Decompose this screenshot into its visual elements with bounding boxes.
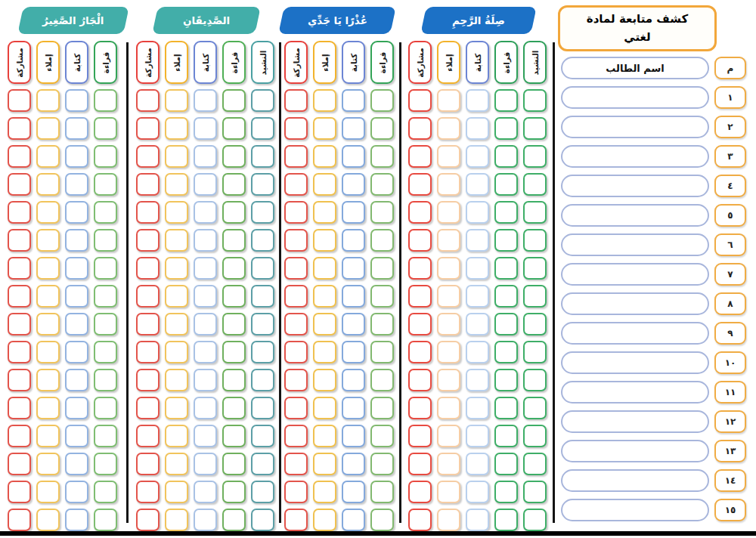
checkbox-cell[interactable] [523, 201, 547, 224]
checkbox-cell[interactable] [136, 425, 160, 447]
checkbox-cell[interactable] [408, 369, 432, 391]
checkbox-cell[interactable] [194, 145, 217, 168]
checkbox-cell[interactable] [136, 257, 160, 280]
checkbox-cell[interactable] [36, 201, 60, 224]
checkbox-cell[interactable] [194, 397, 217, 419]
checkbox-cell[interactable] [284, 229, 308, 252]
checkbox-cell[interactable] [94, 285, 117, 308]
checkbox-cell[interactable] [251, 397, 274, 419]
checkbox-cell[interactable] [94, 145, 117, 168]
checkbox-cell[interactable] [194, 341, 217, 363]
checkbox-cell[interactable] [136, 229, 160, 252]
checkbox-cell[interactable] [342, 341, 365, 363]
checkbox-cell[interactable] [466, 285, 489, 308]
checkbox-cell[interactable] [194, 201, 217, 224]
checkbox-cell[interactable] [165, 369, 188, 391]
checkbox-cell[interactable] [251, 341, 274, 363]
checkbox-cell[interactable] [284, 453, 308, 475]
checkbox-cell[interactable] [284, 397, 308, 419]
checkbox-cell[interactable] [251, 285, 274, 308]
checkbox-cell[interactable] [8, 313, 31, 335]
checkbox-cell[interactable] [94, 509, 117, 531]
checkbox-cell[interactable] [284, 313, 308, 335]
checkbox-cell[interactable] [408, 425, 432, 447]
checkbox-cell[interactable] [136, 481, 160, 503]
checkbox-cell[interactable] [408, 145, 432, 168]
checkbox-cell[interactable] [523, 481, 547, 503]
checkbox-cell[interactable] [222, 257, 246, 280]
checkbox-cell[interactable] [251, 453, 274, 475]
checkbox-cell[interactable] [313, 481, 336, 503]
checkbox-cell[interactable] [342, 313, 365, 335]
checkbox-cell[interactable] [222, 341, 246, 363]
checkbox-cell[interactable] [313, 313, 336, 335]
checkbox-cell[interactable] [94, 369, 117, 391]
checkbox-cell[interactable] [8, 145, 31, 168]
checkbox-cell[interactable] [8, 481, 31, 503]
checkbox-cell[interactable] [313, 117, 336, 140]
checkbox-cell[interactable] [342, 201, 365, 224]
checkbox-cell[interactable] [313, 453, 336, 475]
checkbox-cell[interactable] [165, 481, 188, 503]
checkbox-cell[interactable] [8, 369, 31, 391]
checkbox-cell[interactable] [313, 341, 336, 363]
checkbox-cell[interactable] [342, 117, 365, 140]
checkbox-cell[interactable] [194, 285, 217, 308]
checkbox-cell[interactable] [165, 89, 188, 112]
checkbox-cell[interactable] [370, 257, 394, 280]
checkbox-cell[interactable] [523, 369, 547, 391]
checkbox-cell[interactable] [342, 89, 365, 112]
checkbox-cell[interactable] [222, 145, 246, 168]
checkbox-cell[interactable] [342, 257, 365, 280]
checkbox-cell[interactable] [222, 89, 246, 112]
checkbox-cell[interactable] [370, 145, 394, 168]
checkbox-cell[interactable] [8, 257, 31, 280]
checkbox-cell[interactable] [251, 201, 274, 224]
checkbox-cell[interactable] [523, 89, 547, 112]
checkbox-cell[interactable] [342, 229, 365, 252]
checkbox-cell[interactable] [222, 285, 246, 308]
checkbox-cell[interactable] [94, 313, 117, 335]
checkbox-cell[interactable] [65, 313, 88, 335]
checkbox-cell[interactable] [370, 229, 394, 252]
checkbox-cell[interactable] [342, 481, 365, 503]
checkbox-cell[interactable] [94, 397, 117, 419]
checkbox-cell[interactable] [251, 313, 274, 335]
student-name-pill[interactable] [561, 116, 709, 138]
checkbox-cell[interactable] [408, 341, 432, 363]
student-name-pill[interactable] [561, 440, 709, 462]
student-name-pill[interactable] [561, 175, 709, 197]
checkbox-cell[interactable] [494, 117, 518, 140]
checkbox-cell[interactable] [523, 173, 547, 196]
checkbox-cell[interactable] [342, 453, 365, 475]
checkbox-cell[interactable] [523, 285, 547, 308]
checkbox-cell[interactable] [165, 453, 188, 475]
checkbox-cell[interactable] [284, 425, 308, 447]
checkbox-cell[interactable] [136, 145, 160, 168]
checkbox-cell[interactable] [36, 89, 60, 112]
checkbox-cell[interactable] [65, 453, 88, 475]
checkbox-cell[interactable] [165, 257, 188, 280]
checkbox-cell[interactable] [342, 397, 365, 419]
checkbox-cell[interactable] [523, 509, 547, 531]
checkbox-cell[interactable] [313, 425, 336, 447]
checkbox-cell[interactable] [194, 453, 217, 475]
checkbox-cell[interactable] [94, 229, 117, 252]
checkbox-cell[interactable] [494, 481, 518, 503]
checkbox-cell[interactable] [8, 453, 31, 475]
checkbox-cell[interactable] [494, 89, 518, 112]
checkbox-cell[interactable] [165, 229, 188, 252]
checkbox-cell[interactable] [136, 397, 160, 419]
checkbox-cell[interactable] [251, 173, 274, 196]
checkbox-cell[interactable] [65, 509, 88, 531]
checkbox-cell[interactable] [437, 257, 460, 280]
checkbox-cell[interactable] [222, 117, 246, 140]
checkbox-cell[interactable] [8, 201, 31, 224]
checkbox-cell[interactable] [313, 257, 336, 280]
checkbox-cell[interactable] [408, 173, 432, 196]
student-name-pill[interactable] [561, 292, 709, 315]
checkbox-cell[interactable] [342, 145, 365, 168]
checkbox-cell[interactable] [494, 285, 518, 308]
checkbox-cell[interactable] [165, 173, 188, 196]
checkbox-cell[interactable] [65, 229, 88, 252]
